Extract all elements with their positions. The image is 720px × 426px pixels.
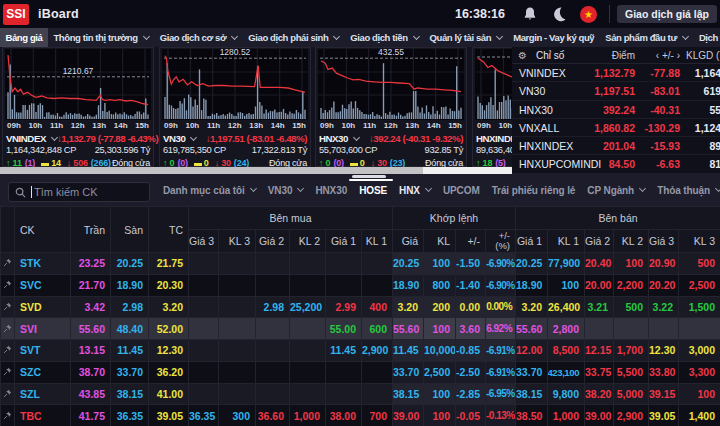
- chart-x-axis: 09h10h11h12h13h14h15h: [160, 120, 310, 131]
- text-cursor: [31, 186, 32, 198]
- price-row-SZC[interactable]: SZC38.7033.7036.2033.702,500-2.50-6.91%3…: [1, 361, 720, 383]
- chart-index-name[interactable]: VNINDEX: [6, 133, 57, 144]
- vietnam-flag-icon[interactable]: ★: [580, 6, 597, 23]
- divider-handle[interactable]: [352, 175, 386, 178]
- pin-icon[interactable]: [3, 345, 12, 354]
- chart-panel-vn30: 1280.5209h10h11h12h13h14h15hVN30↓1,197.5…: [159, 47, 311, 167]
- index-row-vnindex[interactable]: VNINDEX1,132.79-77.881,164,: [512, 64, 720, 82]
- index-panel: ⚙ Chỉ số Điểm ‹ +/- › KLGD (T VNINDEX1,1…: [512, 47, 720, 174]
- chart-index-name[interactable]: VN30: [163, 133, 196, 144]
- index-row-hnx30[interactable]: HNX30392.24-40.3155,: [512, 101, 720, 119]
- index-row-vn30[interactable]: VN301,197.51-83.01619,: [512, 82, 720, 100]
- floor-count: (23): [390, 158, 405, 168]
- chart-volume-value: 25,303.596 Tỷ: [95, 145, 150, 155]
- chevron-down-icon: [333, 32, 340, 39]
- ceiling-count: (0): [177, 158, 187, 168]
- tab-vn30[interactable]: VN30: [262, 185, 310, 196]
- tab-upcom[interactable]: UPCOM: [437, 185, 486, 196]
- menu-item-2[interactable]: Giao dịch cơ sở: [154, 28, 243, 47]
- chart-panel-hnx30: 432.5509h10h11h12h13h14h15hHNX30↓392.24 …: [315, 47, 467, 167]
- index-row-vnxall[interactable]: VNXALL1,860.82-130.291,124,: [512, 119, 720, 137]
- price-row-SVD[interactable]: SVD3.422.983.202.9825,2002.994003.202000…: [1, 296, 720, 318]
- tab-hose[interactable]: HOSE: [353, 185, 393, 196]
- ticker-SVC[interactable]: SVC: [15, 274, 71, 296]
- menu-item-3[interactable]: Giao dịch phái sinh: [243, 28, 345, 47]
- horizontal-scrollbar[interactable]: [0, 167, 516, 174]
- ticker-TBC[interactable]: TBC: [15, 405, 71, 426]
- index-chart[interactable]: 1280.52: [162, 49, 308, 120]
- ticker-SZL[interactable]: SZL: [15, 383, 71, 405]
- chevron-down-icon: [413, 32, 420, 39]
- chevron-down-icon: [425, 185, 432, 192]
- chevron-down-icon: [143, 32, 150, 39]
- menu-item-8[interactable]: Dịch vụ: [693, 28, 720, 47]
- menu-item-4[interactable]: Giao dịch tiền: [345, 28, 424, 47]
- price-row-SZL[interactable]: SZL43.8538.1541.0038.15100-2.85-6.95%38.…: [1, 383, 720, 405]
- scrollbar-thumb[interactable]: [0, 167, 423, 174]
- price-row-SVC[interactable]: SVC21.7018.9020.3018.90800-1.40-6.90%18.…: [1, 274, 720, 296]
- floor-count: (266): [91, 158, 111, 168]
- menu-item-6[interactable]: Margin - Vay ký quỹ: [508, 28, 600, 47]
- bell-icon[interactable]: [522, 6, 538, 22]
- ticker-SVD[interactable]: SVD: [15, 296, 71, 318]
- search-input[interactable]: Tìm kiếm CK: [8, 182, 150, 202]
- search-placeholder: Tìm kiếm CK: [34, 186, 98, 198]
- ticker-STK[interactable]: STK: [15, 253, 71, 275]
- price-row-SVI[interactable]: SVI55.6048.4052.0055.0060055.601003.606.…: [1, 318, 720, 340]
- chart-volume-shares: 619,785,350 CP: [163, 145, 226, 155]
- index-chart[interactable]: 1210.67: [5, 49, 151, 120]
- market-status: Đóng cửa: [269, 158, 307, 168]
- chart-volume-shares: 55,703,600 CP: [319, 145, 377, 155]
- search-icon: [15, 187, 26, 198]
- pin-icon[interactable]: [3, 367, 12, 376]
- decliners: ↓ 30: [371, 158, 387, 168]
- tab-cp-ng-nh[interactable]: CP Ngành: [581, 185, 651, 196]
- pin-icon[interactable]: [3, 324, 12, 333]
- menu-item-0[interactable]: Bảng giá: [0, 28, 48, 47]
- pin-icon[interactable]: [3, 302, 12, 311]
- chart-index-name[interactable]: HNX30: [319, 133, 359, 144]
- pin-icon[interactable]: [3, 411, 12, 420]
- index-col-change[interactable]: ‹ +/- ›: [656, 47, 680, 64]
- chevron-down-icon: [639, 185, 646, 192]
- ticker-SZC[interactable]: SZC: [15, 361, 71, 383]
- menu-item-1[interactable]: Thông tin thị trường: [48, 28, 154, 47]
- gear-icon[interactable]: ⚙: [518, 47, 527, 64]
- index-col-name: Chỉ số: [536, 47, 615, 64]
- chart-index-value: ↓1,132.79 (-77.88 -6.43%): [57, 133, 158, 144]
- market-status: Đóng cửa: [112, 158, 150, 168]
- menu-item-7[interactable]: Sản phẩm đầu tư: [600, 28, 694, 47]
- paper-trading-button[interactable]: Giao dịch giá lập: [617, 5, 717, 23]
- svg-text:432.55: 432.55: [378, 49, 404, 57]
- menu-item-5[interactable]: Quản lý tài sản: [424, 28, 508, 47]
- dark-mode-icon[interactable]: [551, 6, 567, 22]
- tab-hnx30[interactable]: HNX30: [309, 185, 353, 196]
- pin-icon[interactable]: [3, 389, 12, 398]
- ticker-SVT[interactable]: SVT: [15, 340, 71, 362]
- chart-x-axis: 09h10h11h12h13h14h15h: [3, 120, 153, 131]
- tab-danh-m-c-c-a-t-i[interactable]: Danh mục của tôi: [157, 185, 262, 196]
- ticker-SVI[interactable]: SVI: [15, 318, 71, 340]
- index-chart[interactable]: 432.55: [318, 49, 464, 120]
- chart-panel-vnindex: 1210.6709h10h11h12h13h14h15hVNINDEX↓1,13…: [2, 47, 154, 167]
- tab-hnx[interactable]: HNX: [393, 185, 437, 196]
- tab-bar: Tìm kiếm CK Danh mục của tôiVN30HNX30HOS…: [0, 174, 720, 206]
- floor-count: (24): [234, 158, 249, 168]
- pin-icon[interactable]: [3, 258, 12, 267]
- price-row-STK[interactable]: STK23.2520.2521.7520.25100-1.50-6.90%20.…: [1, 253, 720, 275]
- index-col-klgd[interactable]: KLGD (T: [686, 47, 720, 64]
- index-row-hnxindex[interactable]: HNXINDEX201.04-15.9389,: [512, 137, 720, 155]
- advancers: ↑ 0: [319, 158, 330, 168]
- index-col-points[interactable]: Điểm: [612, 47, 635, 64]
- tab-th-a-thu-n[interactable]: Thỏa thuận: [651, 185, 720, 196]
- ceiling-count: (0): [333, 158, 343, 168]
- svg-text:1280.52: 1280.52: [220, 49, 251, 57]
- index-row-hnxupcomindi[interactable]: HNXUPCOMINDI84.50-6.6381,: [512, 155, 720, 173]
- chart-index-value: ↓1,197.51 (-83.01 -6.48%): [206, 133, 307, 144]
- chart-volume-value: 932.85 Tỷ: [425, 145, 463, 155]
- ceiling-count: (1): [25, 158, 35, 168]
- tab-tr-i-phi-u-ri-ng-l-[interactable]: Trái phiếu riêng lẻ: [486, 185, 582, 196]
- price-row-TBC[interactable]: TBC41.7536.3539.0536.3530036.601,00038.0…: [1, 405, 720, 426]
- pin-icon[interactable]: [3, 280, 12, 289]
- price-row-SVT[interactable]: SVT13.1511.4512.3011.452,90011.4510,000-…: [1, 340, 720, 362]
